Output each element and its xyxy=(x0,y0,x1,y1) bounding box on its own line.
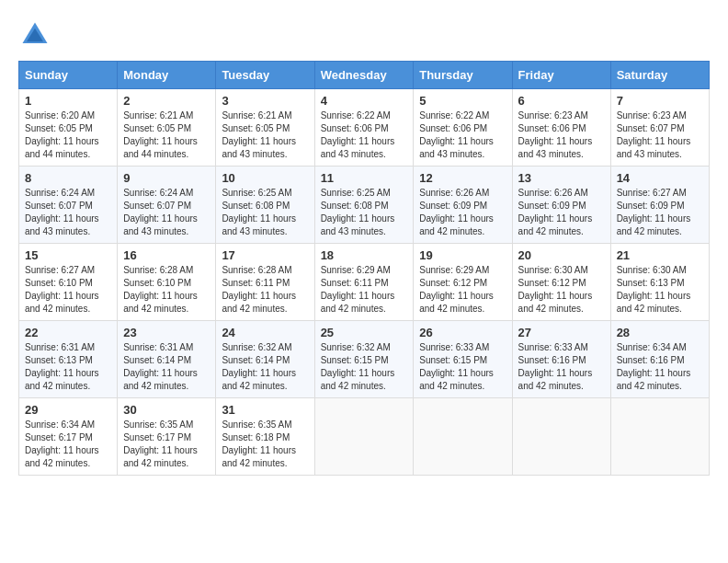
calendar-cell: 31 Sunrise: 6:35 AMSunset: 6:18 PMDaylig… xyxy=(216,398,314,476)
calendar-cell: 19 Sunrise: 6:29 AMSunset: 6:12 PMDaylig… xyxy=(414,244,512,321)
day-number: 5 xyxy=(419,94,506,108)
calendar-cell: 18 Sunrise: 6:29 AMSunset: 6:11 PMDaylig… xyxy=(314,244,414,321)
logo xyxy=(18,18,57,52)
day-info: Sunrise: 6:25 AMSunset: 6:08 PMDaylight:… xyxy=(321,188,395,236)
calendar-cell: 7 Sunrise: 6:23 AMSunset: 6:07 PMDayligh… xyxy=(610,89,709,167)
day-info: Sunrise: 6:28 AMSunset: 6:11 PMDaylight:… xyxy=(222,265,296,314)
calendar-cell: 4 Sunrise: 6:22 AMSunset: 6:06 PMDayligh… xyxy=(314,89,414,167)
calendar-header-row: SundayMondayTuesdayWednesdayThursdayFrid… xyxy=(19,62,710,89)
calendar-cell: 13 Sunrise: 6:26 AMSunset: 6:09 PMDaylig… xyxy=(512,167,610,244)
calendar-cell xyxy=(512,398,610,476)
calendar-week-row: 8 Sunrise: 6:24 AMSunset: 6:07 PMDayligh… xyxy=(19,167,710,244)
calendar-cell: 26 Sunrise: 6:33 AMSunset: 6:15 PMDaylig… xyxy=(414,321,512,398)
day-number: 27 xyxy=(518,326,605,339)
calendar-cell: 8 Sunrise: 6:24 AMSunset: 6:07 PMDayligh… xyxy=(19,167,118,244)
calendar-week-row: 29 Sunrise: 6:34 AMSunset: 6:17 PMDaylig… xyxy=(19,398,710,476)
calendar-cell xyxy=(314,398,414,476)
day-number: 29 xyxy=(25,403,111,417)
day-info: Sunrise: 6:29 AMSunset: 6:12 PMDaylight:… xyxy=(419,265,494,314)
day-number: 6 xyxy=(518,94,605,108)
calendar-header-tuesday: Tuesday xyxy=(216,62,314,89)
day-info: Sunrise: 6:23 AMSunset: 6:07 PMDaylight:… xyxy=(617,110,691,159)
day-number: 12 xyxy=(419,171,506,185)
calendar-week-row: 22 Sunrise: 6:31 AMSunset: 6:13 PMDaylig… xyxy=(19,321,710,398)
calendar-cell xyxy=(414,398,512,476)
day-number: 19 xyxy=(419,248,506,262)
calendar-cell: 11 Sunrise: 6:25 AMSunset: 6:08 PMDaylig… xyxy=(314,167,414,244)
calendar-header-thursday: Thursday xyxy=(414,62,512,89)
day-info: Sunrise: 6:24 AMSunset: 6:07 PMDaylight:… xyxy=(25,188,99,236)
calendar-cell: 29 Sunrise: 6:34 AMSunset: 6:17 PMDaylig… xyxy=(19,398,118,476)
day-number: 28 xyxy=(617,326,703,339)
calendar-cell: 21 Sunrise: 6:30 AMSunset: 6:13 PMDaylig… xyxy=(610,244,709,321)
day-info: Sunrise: 6:21 AMSunset: 6:05 PMDaylight:… xyxy=(222,110,296,159)
day-number: 10 xyxy=(222,171,308,185)
day-info: Sunrise: 6:28 AMSunset: 6:10 PMDaylight:… xyxy=(123,265,198,314)
day-number: 22 xyxy=(25,326,111,339)
day-info: Sunrise: 6:26 AMSunset: 6:09 PMDaylight:… xyxy=(518,188,593,236)
day-number: 7 xyxy=(617,94,703,108)
day-number: 30 xyxy=(123,403,210,417)
calendar-header-sunday: Sunday xyxy=(19,62,118,89)
calendar-cell: 20 Sunrise: 6:30 AMSunset: 6:12 PMDaylig… xyxy=(512,244,610,321)
day-number: 17 xyxy=(222,248,308,262)
day-number: 13 xyxy=(518,171,605,185)
calendar-cell: 23 Sunrise: 6:31 AMSunset: 6:14 PMDaylig… xyxy=(118,321,216,398)
calendar-cell: 28 Sunrise: 6:34 AMSunset: 6:16 PMDaylig… xyxy=(610,321,709,398)
day-number: 3 xyxy=(222,94,308,108)
day-info: Sunrise: 6:34 AMSunset: 6:16 PMDaylight:… xyxy=(617,342,691,391)
day-info: Sunrise: 6:22 AMSunset: 6:06 PMDaylight:… xyxy=(419,110,494,159)
day-info: Sunrise: 6:32 AMSunset: 6:14 PMDaylight:… xyxy=(222,342,296,391)
calendar-week-row: 15 Sunrise: 6:27 AMSunset: 6:10 PMDaylig… xyxy=(19,244,710,321)
calendar-cell xyxy=(610,398,709,476)
day-number: 25 xyxy=(321,326,408,339)
day-info: Sunrise: 6:21 AMSunset: 6:05 PMDaylight:… xyxy=(123,110,198,159)
calendar-cell: 1 Sunrise: 6:20 AMSunset: 6:05 PMDayligh… xyxy=(19,89,118,167)
day-info: Sunrise: 6:31 AMSunset: 6:14 PMDaylight:… xyxy=(123,342,198,391)
day-info: Sunrise: 6:31 AMSunset: 6:13 PMDaylight:… xyxy=(25,342,99,391)
day-number: 31 xyxy=(222,403,308,417)
calendar-cell: 30 Sunrise: 6:35 AMSunset: 6:17 PMDaylig… xyxy=(118,398,216,476)
day-number: 23 xyxy=(123,326,210,339)
day-number: 8 xyxy=(25,171,111,185)
day-info: Sunrise: 6:30 AMSunset: 6:13 PMDaylight:… xyxy=(617,265,691,314)
day-number: 9 xyxy=(123,171,210,185)
day-number: 2 xyxy=(123,94,210,108)
day-info: Sunrise: 6:23 AMSunset: 6:06 PMDaylight:… xyxy=(518,110,593,159)
calendar-header-friday: Friday xyxy=(512,62,610,89)
calendar-cell: 17 Sunrise: 6:28 AMSunset: 6:11 PMDaylig… xyxy=(216,244,314,321)
calendar-header-monday: Monday xyxy=(118,62,216,89)
calendar-cell: 15 Sunrise: 6:27 AMSunset: 6:10 PMDaylig… xyxy=(19,244,118,321)
calendar-cell: 25 Sunrise: 6:32 AMSunset: 6:15 PMDaylig… xyxy=(314,321,414,398)
day-info: Sunrise: 6:26 AMSunset: 6:09 PMDaylight:… xyxy=(419,188,494,236)
day-number: 24 xyxy=(222,326,308,339)
calendar-header-wednesday: Wednesday xyxy=(314,62,414,89)
day-info: Sunrise: 6:35 AMSunset: 6:17 PMDaylight:… xyxy=(123,419,198,468)
logo-icon xyxy=(18,18,51,52)
calendar-cell: 3 Sunrise: 6:21 AMSunset: 6:05 PMDayligh… xyxy=(216,89,314,167)
day-info: Sunrise: 6:20 AMSunset: 6:05 PMDaylight:… xyxy=(25,110,99,159)
page-header xyxy=(18,18,710,52)
calendar-cell: 24 Sunrise: 6:32 AMSunset: 6:14 PMDaylig… xyxy=(216,321,314,398)
day-number: 26 xyxy=(419,326,506,339)
calendar-header-saturday: Saturday xyxy=(610,62,709,89)
calendar-cell: 14 Sunrise: 6:27 AMSunset: 6:09 PMDaylig… xyxy=(610,167,709,244)
day-number: 4 xyxy=(321,94,408,108)
day-number: 1 xyxy=(25,94,111,108)
day-info: Sunrise: 6:24 AMSunset: 6:07 PMDaylight:… xyxy=(123,188,198,236)
day-info: Sunrise: 6:35 AMSunset: 6:18 PMDaylight:… xyxy=(222,419,296,468)
day-number: 14 xyxy=(617,171,703,185)
calendar-cell: 6 Sunrise: 6:23 AMSunset: 6:06 PMDayligh… xyxy=(512,89,610,167)
day-info: Sunrise: 6:34 AMSunset: 6:17 PMDaylight:… xyxy=(25,419,99,468)
calendar-cell: 9 Sunrise: 6:24 AMSunset: 6:07 PMDayligh… xyxy=(118,167,216,244)
calendar-cell: 5 Sunrise: 6:22 AMSunset: 6:06 PMDayligh… xyxy=(414,89,512,167)
calendar-week-row: 1 Sunrise: 6:20 AMSunset: 6:05 PMDayligh… xyxy=(19,89,710,167)
day-info: Sunrise: 6:25 AMSunset: 6:08 PMDaylight:… xyxy=(222,188,296,236)
day-info: Sunrise: 6:32 AMSunset: 6:15 PMDaylight:… xyxy=(321,342,395,391)
day-info: Sunrise: 6:22 AMSunset: 6:06 PMDaylight:… xyxy=(321,110,395,159)
day-info: Sunrise: 6:27 AMSunset: 6:10 PMDaylight:… xyxy=(25,265,99,314)
day-number: 21 xyxy=(617,248,703,262)
day-number: 11 xyxy=(321,171,408,185)
day-number: 16 xyxy=(123,248,210,262)
calendar-cell: 27 Sunrise: 6:33 AMSunset: 6:16 PMDaylig… xyxy=(512,321,610,398)
